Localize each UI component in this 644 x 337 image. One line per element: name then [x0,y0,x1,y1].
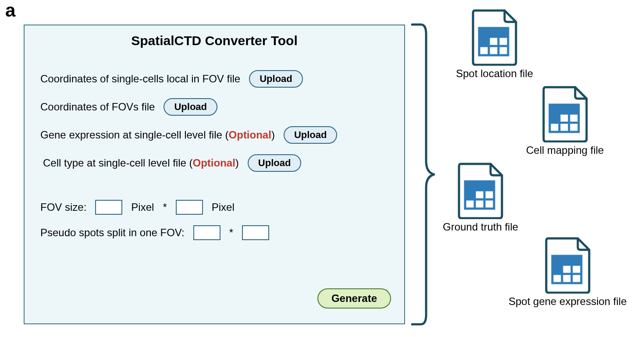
row-coords-single-cells: Coordinates of single-cells local in FOV… [38,70,391,88]
output-label: Spot location file [456,67,533,80]
output-spot-gene-expression: Spot gene expression file [509,237,627,308]
label-coords-single-cells: Coordinates of single-cells local in FOV… [40,73,240,85]
pixel-unit: Pixel [212,201,235,213]
label-cell-type-post: ) [235,157,239,169]
optional-tag: Optional [192,157,235,169]
multiply-symbol: * [229,227,233,239]
bracket-icon [409,21,435,328]
label-gene-expression: Gene expression at single-cell level fil… [40,129,275,141]
label-gene-expression-pre: Gene expression at single-cell level fil… [40,129,229,141]
row-cell-type: Cell type at single-cell level file (Opt… [38,154,391,172]
pixel-unit: Pixel [131,201,154,213]
label-cell-type: Cell type at single-cell level file (Opt… [43,157,239,169]
output-label: Cell mapping file [526,144,604,156]
pseudo-spots-rows-input[interactable] [242,225,269,240]
upload-button-cell-type[interactable]: Upload [248,154,302,172]
output-ground-truth: Ground truth file [443,162,518,233]
label-coords-fovs: Coordinates of FOVs file [40,101,155,113]
outputs-area: Spot location file Cell mapping file Gro… [438,9,636,329]
panel-letter: a [5,0,15,21]
output-label: Spot gene expression file [509,295,627,308]
file-table-icon [541,85,589,142]
row-pseudo-spots: Pseudo spots split in one FOV: * [38,225,391,240]
tool-title: SpatialCTD Converter Tool [38,33,391,48]
label-fov-size: FOV size: [40,201,86,213]
label-gene-expression-post: ) [271,129,275,141]
upload-button-coords-single-cells[interactable]: Upload [249,70,303,88]
optional-tag: Optional [229,129,271,141]
tool-panel: SpatialCTD Converter Tool Coordinates of… [24,25,405,324]
output-spot-location: Spot location file [456,9,533,80]
fov-size-height-input[interactable] [176,200,203,215]
multiply-symbol: * [163,201,167,213]
output-label: Ground truth file [443,221,518,233]
row-gene-expression: Gene expression at single-cell level fil… [38,126,391,144]
label-pseudo-spots: Pseudo spots split in one FOV: [40,227,185,239]
file-table-icon [470,9,519,66]
generate-button[interactable]: Generate [317,288,391,309]
row-coords-fovs: Coordinates of FOVs file Upload [38,98,391,116]
row-fov-size: FOV size: Pixel * Pixel [38,200,391,215]
upload-button-gene-expression[interactable]: Upload [284,126,338,144]
fov-size-width-input[interactable] [95,200,122,215]
upload-button-coords-fovs[interactable]: Upload [164,98,217,116]
file-table-icon [456,162,505,219]
file-table-icon [544,237,592,294]
output-cell-mapping: Cell mapping file [526,85,604,156]
label-cell-type-pre: Cell type at single-cell level file ( [43,157,192,169]
pseudo-spots-cols-input[interactable] [193,225,221,240]
